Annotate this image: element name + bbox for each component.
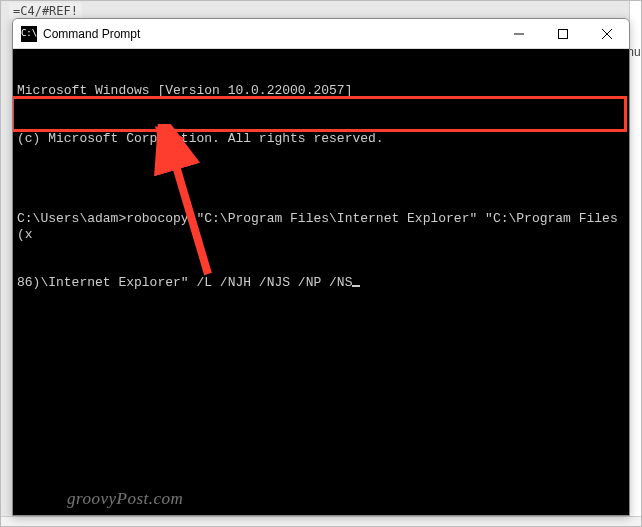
svg-line-5 <box>168 139 208 274</box>
bg-spreadsheet-cell: =C4/#REF! <box>9 3 82 19</box>
terminal-area[interactable]: Microsoft Windows [Version 10.0.22000.20… <box>13 49 629 515</box>
close-button[interactable] <box>585 19 629 49</box>
bg-right-strip <box>629 1 641 526</box>
command-prompt-window: C:\ Command Prompt Microsoft Windows [Ve… <box>12 18 630 516</box>
annotation-arrow-icon <box>113 124 233 284</box>
annotation-highlight-box <box>12 96 627 132</box>
terminal-line-version: Microsoft Windows [Version 10.0.22000.20… <box>17 83 625 99</box>
watermark-text: groovyPost.com <box>67 491 183 507</box>
cmd-icon: C:\ <box>21 26 37 42</box>
terminal-line-copyright: (c) Microsoft Corporation. All rights re… <box>17 131 625 147</box>
titlebar[interactable]: C:\ Command Prompt <box>13 19 629 49</box>
cursor-icon <box>352 285 360 287</box>
window-title: Command Prompt <box>43 27 140 41</box>
close-icon <box>602 29 612 39</box>
terminal-command-line-2: 86)\Internet Explorer" /L /NJH /NJS /NP … <box>17 275 625 291</box>
bg-bottom-strip <box>1 516 641 526</box>
minimize-icon <box>514 29 524 39</box>
minimize-button[interactable] <box>497 19 541 49</box>
maximize-icon <box>558 29 568 39</box>
terminal-command-line-1: C:\Users\adam>robocopy "C:\Program Files… <box>17 211 625 243</box>
svg-rect-1 <box>559 29 568 38</box>
maximize-button[interactable] <box>541 19 585 49</box>
